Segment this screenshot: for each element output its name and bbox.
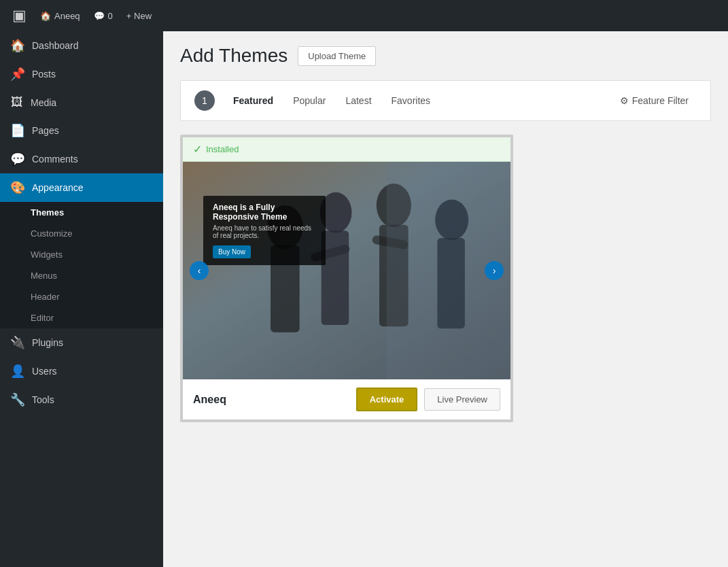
themes-label: Themes bbox=[31, 207, 64, 218]
sidebar-item-label: Appearance bbox=[32, 182, 84, 193]
sidebar-item-label: Media bbox=[31, 97, 56, 108]
themes-grid: ✓ Installed bbox=[180, 135, 711, 422]
sidebar-item-media[interactable]: 🖼 Media bbox=[0, 88, 163, 116]
appearance-submenu: Themes Customize Widgets Menus Header Ed… bbox=[0, 202, 163, 328]
activate-button[interactable]: Activate bbox=[356, 388, 418, 411]
installed-banner: ✓ Installed bbox=[183, 137, 510, 162]
site-name-item[interactable]: 🏠 Aneeq bbox=[33, 0, 87, 31]
home-icon: 🏠 bbox=[40, 11, 51, 21]
sidebar-item-label: Comments bbox=[32, 154, 78, 165]
preview-prev-arrow[interactable]: ‹ bbox=[190, 261, 209, 280]
new-item[interactable]: + New bbox=[120, 0, 158, 31]
sidebar: 🏠 Dashboard 📌 Posts 🖼 Media 📄 Pages 💬 Co… bbox=[0, 31, 163, 567]
menus-label: Menus bbox=[31, 271, 57, 281]
filter-tab-latest[interactable]: Latest bbox=[337, 90, 379, 111]
sidebar-subitem-editor[interactable]: Editor bbox=[0, 307, 163, 328]
media-icon: 🖼 bbox=[10, 95, 24, 109]
comments-item[interactable]: 💬 0 bbox=[87, 0, 120, 31]
preview-next-arrow[interactable]: › bbox=[485, 261, 504, 280]
admin-bar: ▣ 🏠 Aneeq 💬 0 + New bbox=[0, 0, 728, 31]
sidebar-subitem-menus[interactable]: Menus bbox=[0, 265, 163, 286]
sidebar-item-plugins[interactable]: 🔌 Plugins bbox=[0, 328, 163, 357]
sidebar-item-dashboard[interactable]: 🏠 Dashboard bbox=[0, 31, 163, 60]
sidebar-subitem-header[interactable]: Header bbox=[0, 286, 163, 307]
sidebar-item-pages[interactable]: 📄 Pages bbox=[0, 116, 163, 145]
page-header: Add Themes Upload Theme bbox=[180, 45, 711, 67]
sidebar-item-label: Dashboard bbox=[32, 40, 79, 51]
sidebar-item-label: Pages bbox=[32, 125, 59, 136]
tools-icon: 🔧 bbox=[10, 392, 25, 407]
comments-count: 0 bbox=[108, 11, 113, 21]
filter-number: 1 bbox=[194, 90, 215, 111]
users-icon: 👤 bbox=[10, 364, 25, 379]
new-label: + New bbox=[126, 11, 152, 21]
sidebar-subitem-widgets[interactable]: Widgets bbox=[0, 244, 163, 265]
posts-icon: 📌 bbox=[10, 67, 25, 82]
editor-label: Editor bbox=[31, 313, 54, 323]
installed-label: Installed bbox=[206, 144, 239, 154]
feature-filter-label: Feature Filter bbox=[632, 95, 689, 106]
feature-filter-icon: ⚙ bbox=[620, 95, 629, 106]
theme-card-aneeq: ✓ Installed bbox=[180, 135, 513, 422]
appearance-icon: 🎨 bbox=[10, 180, 25, 195]
plugins-icon: 🔌 bbox=[10, 335, 25, 350]
theme-name: Aneeq bbox=[193, 394, 349, 406]
main-layout: 🏠 Dashboard 📌 Posts 🖼 Media 📄 Pages 💬 Co… bbox=[0, 31, 728, 567]
preview-popup: Aneeq is a Fully Responsive Theme Aneeq … bbox=[203, 196, 326, 265]
theme-preview-image: Aneeq is a Fully Responsive Theme Aneeq … bbox=[183, 162, 510, 379]
comments-icon: 💬 bbox=[94, 11, 105, 21]
main-content: Add Themes Upload Theme 1 Featured Popul… bbox=[163, 31, 728, 567]
popup-text: Aneeq have to satisfy real needs of real… bbox=[213, 224, 316, 239]
popup-title: Aneeq is a Fully Responsive Theme bbox=[213, 203, 316, 222]
sidebar-item-appearance[interactable]: 🎨 Appearance bbox=[0, 173, 163, 202]
feature-filter-tab[interactable]: ⚙ Feature Filter bbox=[612, 90, 697, 111]
sidebar-item-users[interactable]: 👤 Users bbox=[0, 357, 163, 385]
sidebar-item-label: Posts bbox=[32, 69, 56, 80]
sidebar-item-comments[interactable]: 💬 Comments bbox=[0, 145, 163, 173]
page-title: Add Themes bbox=[180, 45, 288, 67]
widgets-label: Widgets bbox=[31, 250, 63, 260]
wp-logo-icon: ▣ bbox=[12, 7, 27, 24]
upload-theme-button[interactable]: Upload Theme bbox=[298, 46, 376, 66]
sidebar-item-label: Users bbox=[32, 366, 57, 377]
theme-card-footer: Aneeq Activate Live Preview bbox=[183, 379, 510, 419]
customize-label: Customize bbox=[31, 228, 72, 239]
preview-svg bbox=[183, 162, 510, 379]
buy-now-button[interactable]: Buy Now bbox=[213, 245, 251, 258]
header-label: Header bbox=[31, 292, 60, 302]
filter-tab-featured[interactable]: Featured bbox=[225, 90, 281, 111]
filter-tab-favorites[interactable]: Favorites bbox=[383, 90, 439, 111]
comments-sidebar-icon: 💬 bbox=[10, 152, 25, 167]
wp-logo-item[interactable]: ▣ bbox=[5, 0, 33, 31]
pages-icon: 📄 bbox=[10, 123, 25, 138]
sidebar-subitem-themes[interactable]: Themes bbox=[0, 202, 163, 223]
filter-tab-popular[interactable]: Popular bbox=[285, 90, 334, 111]
sidebar-item-tools[interactable]: 🔧 Tools bbox=[0, 385, 163, 414]
sidebar-item-label: Tools bbox=[32, 394, 54, 405]
sidebar-item-label: Plugins bbox=[32, 337, 63, 348]
sidebar-item-posts[interactable]: 📌 Posts bbox=[0, 60, 163, 88]
filter-bar: 1 Featured Popular Latest Favorites ⚙ Fe… bbox=[180, 80, 711, 121]
site-name: Aneeq bbox=[54, 11, 80, 21]
sidebar-subitem-customize[interactable]: Customize bbox=[0, 223, 163, 244]
dashboard-icon: 🏠 bbox=[10, 38, 25, 53]
live-preview-button[interactable]: Live Preview bbox=[424, 388, 500, 411]
installed-check-icon: ✓ bbox=[193, 143, 202, 156]
theme-preview: Aneeq is a Fully Responsive Theme Aneeq … bbox=[183, 162, 510, 379]
